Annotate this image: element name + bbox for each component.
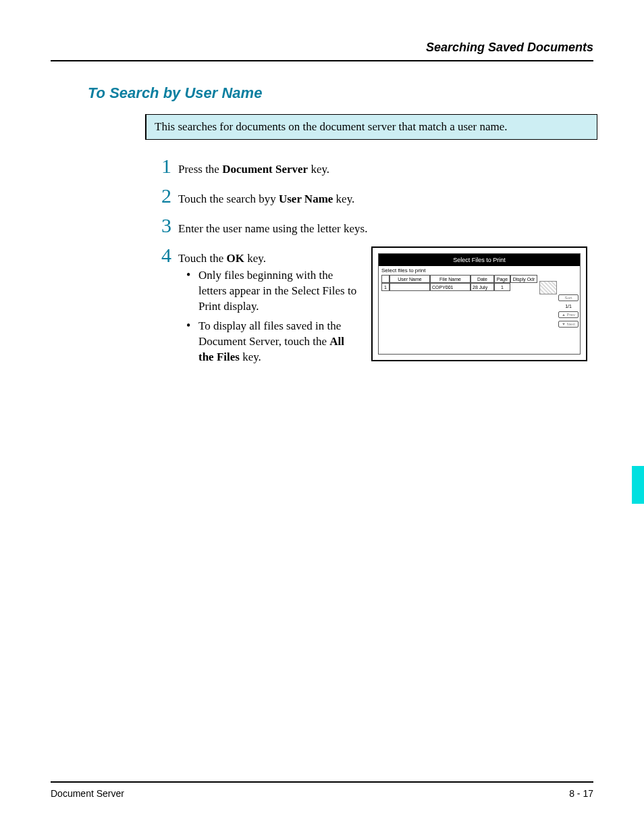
page-header: Searching Saved Documents xyxy=(51,41,593,60)
page-footer: Document Server 8 - 17 xyxy=(51,781,593,799)
steps-list: 1 Press the Document Server key. 2 Touch… xyxy=(155,156,601,369)
bullet-2-post: key. xyxy=(240,350,261,363)
screenshot-figure: Select Files to Print Select files to pr… xyxy=(371,246,587,361)
bullet-2: To display all files saved in the Docume… xyxy=(186,319,358,365)
cell-idx: 1 xyxy=(381,283,390,291)
step-2-post: key. xyxy=(333,192,354,205)
step-2-number: 2 xyxy=(155,186,171,206)
step-3: 3 Enter the user name using the letter k… xyxy=(155,215,601,236)
intro-text: This searches for documents on the docum… xyxy=(155,120,508,133)
step-4: 4 Touch the OK key. xyxy=(155,245,358,265)
step-2-bold: User Name xyxy=(279,192,333,205)
figure-subtitle: Select files to print xyxy=(381,267,577,273)
step-3-text: Enter the user name using the letter key… xyxy=(178,218,367,236)
cell-user xyxy=(390,283,430,291)
cell-file: COPY001 xyxy=(430,283,471,291)
header-title: Searching Saved Documents xyxy=(426,41,593,55)
step-4-post: key. xyxy=(244,252,266,265)
prev-button[interactable]: ▲ Prev xyxy=(558,311,579,318)
step-2-pre: Touch the search byy xyxy=(178,192,279,205)
bullet-1: Only files beginning with the letters ap… xyxy=(186,268,358,315)
step-1: 1 Press the Document Server key. xyxy=(155,156,601,176)
step-1-pre: Press the xyxy=(178,163,222,176)
step-4-bullets: Only files beginning with the letters ap… xyxy=(186,268,358,365)
header-rule xyxy=(51,60,593,61)
section-heading: To Search by User Name xyxy=(88,84,593,102)
footer-left: Document Server xyxy=(51,788,124,799)
figure-titlebar: Select Files to Print xyxy=(379,254,580,266)
figure-side-controls: Sort 1/1 ▲ Prev ▼ Next xyxy=(558,294,579,330)
col-user: User Name xyxy=(390,275,430,283)
step-1-text: Press the Document Server key. xyxy=(178,159,329,176)
figure-thumbnail-icon xyxy=(539,281,557,294)
step-4-bold: OK xyxy=(227,252,244,265)
step-4-text: Touch the OK key. xyxy=(178,248,266,265)
step-2: 2 Touch the search byy User Name key. xyxy=(155,186,601,206)
step-1-number: 1 xyxy=(155,156,171,176)
col-order: Disply Odr xyxy=(510,275,537,283)
step-1-bold: Document Server xyxy=(222,163,308,176)
step-4-pre: Touch the xyxy=(178,252,227,265)
sort-button[interactable]: Sort xyxy=(558,294,579,301)
next-button[interactable]: ▼ Next xyxy=(558,321,579,328)
step-4-number: 4 xyxy=(155,245,171,265)
edge-tab xyxy=(632,466,644,504)
step-4-container: 4 Touch the OK key. Only files beginning… xyxy=(155,245,601,369)
step-3-number: 3 xyxy=(155,215,171,236)
step-1-post: key. xyxy=(308,163,329,176)
footer-right: 8 - 17 xyxy=(569,788,593,799)
col-date: Date xyxy=(471,275,494,283)
col-file: File Name xyxy=(430,275,471,283)
cell-date: 28 July xyxy=(471,283,494,291)
footer-rule xyxy=(51,781,593,783)
page-count: 1/1 xyxy=(558,304,579,309)
step-2-text: Touch the search byy User Name key. xyxy=(178,188,354,206)
intro-box: This searches for documents on the docum… xyxy=(145,114,597,140)
bullet-2-pre: To display all files saved in the Docume… xyxy=(198,319,341,348)
col-page: Page xyxy=(494,275,510,283)
cell-page: 1 xyxy=(494,283,510,291)
